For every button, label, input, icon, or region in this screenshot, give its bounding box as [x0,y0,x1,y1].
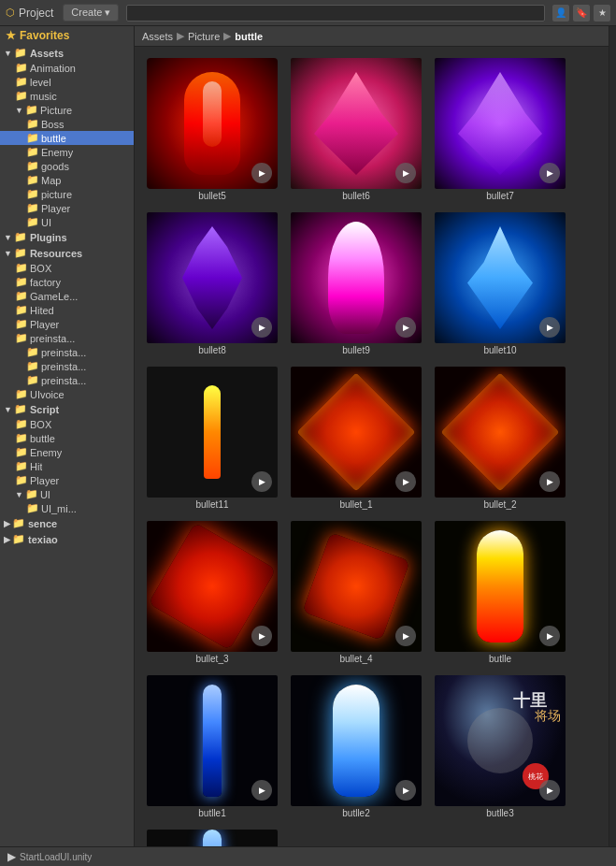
sidebar-item-goods[interactable]: 📁 goods [0,159,134,173]
label-bullet11: bullet11 [195,499,228,510]
play-button-bullet6[interactable]: ▶ [395,163,416,183]
play-button-bullet10[interactable]: ▶ [539,317,560,338]
sidebar-item-music[interactable]: 📁 music [0,89,134,103]
sidebar-item-preinsta4[interactable]: 📁 preinsta... [0,373,134,387]
plugins-section-header[interactable]: ▼ 📁 Plugins [0,229,134,245]
play-button-butlle2[interactable]: ▶ [395,780,416,801]
play-button-bullet-3[interactable]: ▶ [251,626,272,646]
grid-item-butlle1[interactable]: ▶ butlle1 [142,671,282,822]
sidebar-item-preinsta3[interactable]: 📁 preinsta... [0,359,134,373]
grid-item-butlle3[interactable]: 十里 将场 桃花 ▶ butlle3 [430,671,570,822]
sidebar-item-factory[interactable]: 📁 factory [0,275,134,289]
grid-item-bullet8[interactable]: ▶ bullet8 [142,209,282,359]
bullet11-visual [204,385,221,479]
sidebar-item-enemy[interactable]: 📁 Enemy [0,145,134,159]
sidebar-item-player-res[interactable]: 📁 Player [0,317,134,331]
folder-icon: 📁 [26,146,39,158]
sidebar-item-gamele[interactable]: 📁 GameLe... [0,289,134,303]
grid-item-bullet-2[interactable]: ▶ bullet_2 [430,363,570,513]
bullet7-visual [458,72,542,175]
star-icon[interactable]: ★ [594,5,610,22]
play-button-bullet5[interactable]: ▶ [251,163,272,183]
sence-arrow-icon: ▶ [4,519,10,528]
sidebar-item-picture2[interactable]: 📁 picture [0,187,134,201]
grid-item-bullet-3[interactable]: ▶ bullet_3 [142,517,282,668]
sence-folder-icon: 📁 [12,517,25,529]
sidebar-item-buttle[interactable]: 📁 buttle [0,131,134,145]
label-bullet-1: bullet_1 [339,499,372,510]
sidebar-item-preinsta1[interactable]: 📁 preinsta... [0,331,134,345]
main-layout: ★ Favorites ▼ 📁 Assets 📁 Animation 📁 lev… [0,26,616,846]
folder-icon: 📁 [25,104,38,116]
play-button-butlle[interactable]: ▶ [539,626,560,646]
play-button-bullet-2[interactable]: ▶ [539,471,560,492]
play-button-bullet11[interactable]: ▶ [251,471,272,492]
sidebar-item-label: Animation [30,63,76,74]
sidebar-item-boss[interactable]: 📁 Boss [0,117,134,131]
sidebar-item-box-script[interactable]: 📁 BOX [0,417,134,431]
breadcrumb-assets[interactable]: Assets [142,31,173,42]
grid-item-bullet5[interactable]: ▶ bullet5 [142,54,282,205]
thumb-bullet-4: ▶ [291,521,422,652]
sidebar-item-box-res[interactable]: 📁 BOX [0,261,134,275]
folder-icon: 📁 [26,188,39,200]
thumb-bullet5: ▶ [147,58,278,189]
sidebar-item-player-script[interactable]: 📁 Player [0,473,134,487]
grid-item-bullet7[interactable]: ▶ bullet7 [430,54,570,205]
grid-item-bullet9[interactable]: ▶ bullet9 [286,209,426,359]
script-folder-icon: 📁 [14,403,27,415]
label-bullet5: bullet5 [198,191,225,201]
label-bullet-3: bullet_3 [195,654,228,664]
assets-folder-icon: 📁 [14,47,27,59]
sidebar-item-hited[interactable]: 📁 Hited [0,303,134,317]
folder-icon: 📁 [26,118,39,130]
texiao-section-header[interactable]: ▶ 📁 texiao [0,531,134,547]
breadcrumb-picture[interactable]: Picture [188,31,220,42]
favorites-section[interactable]: ★ Favorites [0,26,134,45]
sidebar-item-enemy-script[interactable]: 📁 Enemy [0,445,134,459]
thumb-butlle1: ▶ [147,675,278,806]
play-button-butlle3[interactable]: ▶ [539,780,560,801]
sence-label: sence [28,518,57,529]
label-butlle2: butlle2 [342,808,369,818]
sidebar-item-player-assets[interactable]: 📁 Player [0,201,134,215]
scrollbar[interactable] [609,26,616,846]
resources-section-header[interactable]: ▼ 📁 Resources [0,245,134,261]
play-button-bullet9[interactable]: ▶ [395,317,416,338]
grid-item-butlle2[interactable]: ▶ butlle2 [286,671,426,822]
grid-item-bullet-4[interactable]: ▶ bullet_4 [286,517,426,668]
grid-item-bullet-1[interactable]: ▶ bullet_1 [286,363,426,513]
script-arrow-icon: ▼ [4,405,12,414]
grid-item-butlle[interactable]: ▶ butlle [430,517,570,668]
account-icon[interactable]: 👤 [552,5,569,22]
script-section-header[interactable]: ▼ 📁 Script [0,401,134,417]
sidebar-item-ui-assets[interactable]: 📁 UI [0,215,134,229]
grid-item-bullet6[interactable]: ▶ bullet6 [286,54,426,205]
sidebar-item-uivoice[interactable]: 📁 UIvoice [0,387,134,401]
script-label: Script [30,404,59,415]
grid-item-bullet10[interactable]: ▶ bullet10 [430,209,570,359]
grid-item-bullet11[interactable]: ▶ bullet11 [142,363,282,513]
play-button-bullet7[interactable]: ▶ [539,163,560,183]
create-button[interactable]: Create ▾ [63,4,119,22]
sidebar-item-picture[interactable]: ▼ 📁 Picture [0,103,134,117]
play-button-bullet-1[interactable]: ▶ [395,471,416,492]
sidebar-item-animation[interactable]: 📁 Animation [0,61,134,75]
search-input[interactable] [126,5,545,22]
play-button-bullet8[interactable]: ▶ [251,317,272,338]
sidebar-item-level[interactable]: 📁 level [0,75,134,89]
sidebar-item-map[interactable]: 📁 Map [0,173,134,187]
grid-item-partial[interactable]: ▶ [142,826,282,846]
sidebar-item-hit[interactable]: 📁 Hit [0,459,134,473]
folder-icon: 📁 [26,374,39,386]
sidebar-item-buttle-script[interactable]: 📁 buttle [0,431,134,445]
folder-icon: 📁 [15,304,28,316]
bookmark-icon[interactable]: 🔖 [573,5,590,22]
sence-section-header[interactable]: ▶ 📁 sence [0,515,134,531]
sidebar-item-ui-mi[interactable]: 📁 UI_mi... [0,501,134,515]
assets-section-header[interactable]: ▼ 📁 Assets [0,45,134,61]
sidebar-item-ui-script[interactable]: ▼ 📁 UI [0,487,134,501]
sidebar-item-preinsta2[interactable]: 📁 preinsta... [0,345,134,359]
play-button-butlle1[interactable]: ▶ [251,780,272,801]
play-button-bullet-4[interactable]: ▶ [395,626,416,646]
